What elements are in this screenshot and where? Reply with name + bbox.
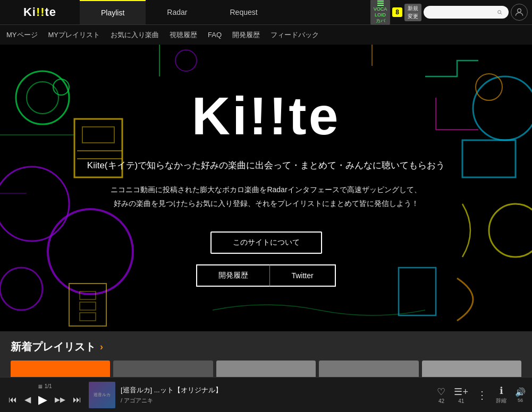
- svg-line-1: [501, 13, 502, 14]
- header-right: VOCALOIDカバ 8 新規 変更: [370, 0, 532, 25]
- hero-description-2: ニコニコ動画に投稿された膨大なボカロ楽曲をRadarインタフェースで高速ザッピン…: [87, 183, 445, 210]
- sub-nav-favorites[interactable]: お気に入り楽曲: [111, 30, 159, 40]
- song-artist: / アゴアニキ: [121, 397, 432, 405]
- hero-logo: Ki!!te: [87, 89, 445, 142]
- svg-rect-15: [80, 313, 96, 321]
- new-change-button[interactable]: 新規 変更: [404, 4, 421, 21]
- svg-point-11: [0, 268, 43, 310]
- svg-point-18: [476, 74, 502, 100]
- hero-about-row: このサイトについて: [87, 231, 445, 254]
- queue-controls: ≡ 1/1: [38, 382, 52, 391]
- svg-rect-14: [80, 302, 96, 310]
- info-button[interactable]: ℹ 辞縮: [496, 385, 506, 405]
- user-icon-button[interactable]: [511, 4, 528, 21]
- close-label: 辞縮: [496, 397, 506, 405]
- twitter-button[interactable]: Twitter: [270, 264, 335, 287]
- song-thumbnail[interactable]: 巡音ルカ: [89, 382, 115, 408]
- svg-rect-12: [69, 284, 106, 326]
- player-controls: ≡ 1/1 ⏮ ◀ ▶ ▶▶ ⏭: [6, 382, 83, 408]
- add-icon: ☰+: [454, 386, 468, 398]
- voca-loid-button[interactable]: VOCALOIDカバ: [370, 0, 391, 25]
- play-button[interactable]: ▶: [36, 392, 49, 408]
- back-button[interactable]: ◀: [22, 393, 33, 406]
- about-site-button[interactable]: このサイトについて: [210, 231, 322, 254]
- new-playlist-title: 新着プレイリスト ›: [11, 340, 521, 354]
- volume-icon[interactable]: 🔊: [515, 387, 526, 397]
- player-bar: ≡ 1/1 ⏮ ◀ ▶ ▶▶ ⏭ 巡音ルカ [巡音ルカ] ...ット【オリジナル…: [0, 377, 532, 412]
- logo-area: Ki!!te: [0, 0, 80, 24]
- svg-point-25: [175, 50, 197, 71]
- player-nav: ⏮ ◀ ▶ ▶▶ ⏭: [6, 392, 83, 408]
- more-options-button[interactable]: ⋮: [477, 389, 487, 401]
- badge-count[interactable]: 8: [392, 7, 402, 17]
- heart-icon: ♡: [437, 386, 445, 398]
- search-box: [424, 6, 509, 19]
- sub-nav-feedback[interactable]: フィードバック: [271, 30, 319, 40]
- logo[interactable]: Ki!!te: [23, 5, 56, 19]
- tab-request[interactable]: Request: [209, 0, 279, 24]
- sub-nav-mypage[interactable]: MYページ: [6, 30, 38, 40]
- song-title: [巡音ルカ] ...ット【オリジナル】: [121, 385, 432, 395]
- hero-links-row: 開発履歴 Twitter: [87, 264, 445, 287]
- add-to-playlist-button[interactable]: ☰+ 41: [454, 386, 468, 404]
- sub-nav-faq[interactable]: FAQ: [208, 31, 222, 39]
- svg-point-2: [518, 8, 521, 12]
- hero-description-1: Kiite(キイテ)で知らなかった好みの楽曲に出会って・まとめて・みんなに聴いて…: [87, 158, 445, 173]
- hero-content: Ki!!te Kiite(キイテ)で知らなかった好みの楽曲に出会って・まとめて・…: [66, 89, 466, 287]
- menu-icon: [377, 1, 384, 6]
- sub-nav-dev-history[interactable]: 開発履歴: [232, 30, 260, 40]
- header: Ki!!te Playlist Radar Request VOCALOIDカバ…: [0, 0, 532, 24]
- prev-track-button[interactable]: ⏮: [6, 394, 19, 406]
- svg-point-5: [0, 167, 69, 241]
- info-icon: ℹ: [500, 385, 503, 397]
- svg-point-0: [498, 11, 501, 14]
- song-info: [巡音ルカ] ...ット【オリジナル】 / アゴアニキ: [121, 385, 432, 405]
- player-right-controls: ♡ 42 ☰+ 41 ⋮ ℹ 辞縮 🔊 56: [437, 385, 526, 405]
- sub-nav: MYページ MYプレイリスト お気に入り楽曲 視聴履歴 FAQ 開発履歴 フィー…: [0, 24, 532, 45]
- forward-button[interactable]: ▶▶: [53, 394, 67, 405]
- tab-radar[interactable]: Radar: [146, 0, 208, 24]
- heart-count: 42: [438, 398, 444, 404]
- sub-nav-myplaylist[interactable]: MYプレイリスト: [48, 30, 100, 40]
- sub-nav-history[interactable]: 視聴履歴: [170, 30, 197, 40]
- queue-icon[interactable]: ≡: [38, 382, 42, 391]
- tab-playlist[interactable]: Playlist: [80, 0, 146, 24]
- search-icon[interactable]: [497, 8, 502, 16]
- svg-point-20: [489, 204, 532, 257]
- search-input[interactable]: [430, 8, 494, 16]
- heart-button[interactable]: ♡ 42: [437, 386, 445, 404]
- page-indicator: 1/1: [45, 383, 52, 389]
- dev-history-button[interactable]: 開発履歴: [196, 264, 270, 287]
- next-track-button[interactable]: ⏭: [71, 394, 83, 406]
- add-count: 41: [458, 398, 464, 404]
- svg-rect-19: [462, 140, 516, 177]
- new-playlist-arrow[interactable]: ›: [100, 341, 103, 353]
- nav-tabs: Playlist Radar Request: [80, 0, 279, 24]
- volume-control: 🔊 56: [515, 387, 526, 403]
- volume-number: 56: [518, 398, 523, 403]
- hero-section: Ki!!te Kiite(キイテ)で知らなかった好みの楽曲に出会って・まとめて・…: [0, 45, 532, 331]
